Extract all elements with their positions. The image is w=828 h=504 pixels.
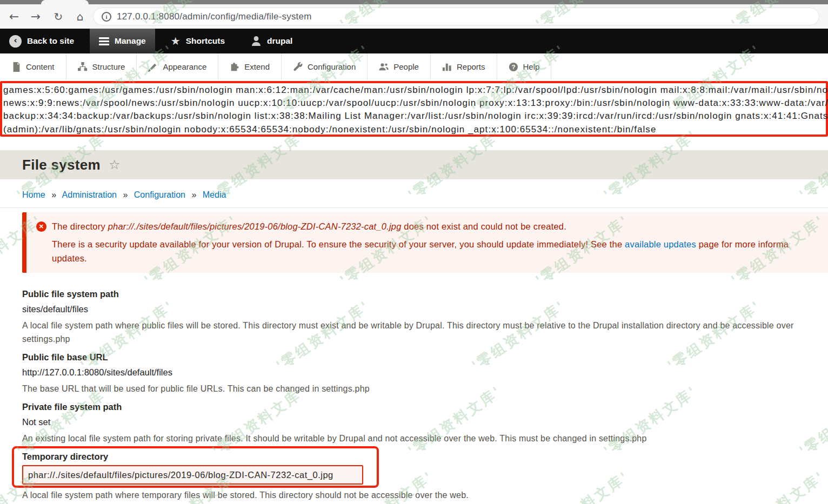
menu-label: Reports [457, 62, 485, 71]
field-label: Private file system path [22, 402, 647, 412]
help-icon: ? [509, 62, 518, 72]
error-phar-path: phar://./sites/default/files/pictures/20… [108, 221, 402, 231]
menu-item-people[interactable]: People [368, 53, 431, 80]
back-circle-icon: ‹ [9, 35, 22, 48]
drupal-admin-menu: Content Structure Appearance Extend Conf… [0, 53, 828, 80]
passwd-dump: games:x:5:60:games:/usr/games:/usr/sbin/… [2, 83, 826, 136]
back-to-site-button[interactable]: ‹ Back to site [0, 29, 83, 53]
address-bar[interactable]: i 127.0.0.1:8080/admin/config/media/file… [93, 8, 819, 25]
shortcuts-star-icon: ★ [171, 35, 181, 48]
page-title-bar: File system ☆ [0, 150, 828, 179]
menu-label: Appearance [163, 62, 206, 71]
passwd-line: backup:x:34:34:backup:/var/backups:/usr/… [3, 110, 826, 123]
field-value: Not set [22, 417, 647, 427]
menu-label: Help [523, 62, 540, 71]
structure-icon [78, 62, 88, 72]
appearance-icon [148, 62, 158, 72]
breadcrumb: Home » Administration » Configuration » … [22, 190, 226, 200]
field-value: sites/default/files [22, 304, 794, 314]
breadcrumb-separator: » [51, 190, 56, 199]
hamburger-icon [99, 36, 109, 46]
people-icon [379, 62, 389, 72]
breadcrumb-home[interactable]: Home [22, 190, 45, 199]
passwd-line: games:x:5:60:games:/usr/games:/usr/sbin/… [3, 84, 826, 97]
breadcrumb-divider [0, 207, 828, 208]
svg-text:?: ? [511, 63, 515, 70]
error-message-security-update-wrap: updates. [52, 253, 828, 264]
configuration-icon [293, 62, 303, 72]
watermark-text: '零组资料文库' [532, 467, 633, 504]
field-description: The base URL that will be used for publi… [22, 382, 370, 395]
menu-item-structure[interactable]: Structure [66, 53, 137, 80]
field-temporary-directory: Temporary directory [22, 452, 108, 467]
breadcrumb-separator: » [123, 190, 128, 199]
breadcrumb-administration[interactable]: Administration [62, 190, 117, 199]
field-private-file-system-path: Private file system path Not set An exis… [22, 402, 647, 445]
watermark-text: '零组资料文库' [727, 467, 828, 504]
menu-label: People [393, 62, 419, 71]
browser-reload-button[interactable]: ↻ [49, 4, 68, 29]
temporary-directory-input[interactable] [22, 465, 363, 485]
menu-item-content[interactable]: Content [0, 53, 66, 80]
menu-item-help[interactable]: ? Help [497, 53, 552, 80]
browser-back-button[interactable]: ← [4, 4, 24, 29]
menu-item-extend[interactable]: Extend [218, 53, 282, 80]
site-info-icon[interactable]: i [102, 12, 111, 22]
content-icon [11, 62, 21, 72]
menu-label: Configuration [308, 62, 356, 71]
back-to-site-label: Back to site [27, 36, 74, 46]
shortcuts-tab[interactable]: ★ Shortcuts [162, 29, 234, 53]
menu-label: Content [26, 62, 55, 71]
passwd-line: news:x:9:9:news:/var/spool/news:/usr/sbi… [3, 97, 826, 110]
user-label: drupal [267, 36, 292, 46]
error-message-directory: The directory phar://./sites/default/fil… [52, 221, 566, 232]
menu-item-appearance[interactable]: Appearance [137, 53, 218, 80]
field-description: An existing local file system path for s… [22, 432, 647, 445]
drupal-admin-toolbar: ‹ Back to site Manage ★ Shortcuts drupal [0, 29, 828, 53]
breadcrumb-media[interactable]: Media [203, 190, 226, 199]
menu-item-configuration[interactable]: Configuration [282, 53, 368, 80]
url-text[interactable]: 127.0.0.1:8080/admin/config/media/file-s… [117, 11, 312, 22]
shortcuts-label: Shortcuts [186, 36, 225, 46]
watermark-text: '零组资料文库' [796, 382, 828, 461]
field-public-file-base-url: Public file base URL http://127.0.0.1:80… [22, 352, 370, 395]
extend-icon [230, 62, 239, 72]
menu-label: Structure [92, 62, 125, 71]
menu-label: Extend [244, 62, 270, 71]
annotation-box-passwd-output: games:x:5:60:games:/usr/games:/usr/sbin/… [0, 81, 828, 137]
error-message-box: ✕ The directory phar://./sites/default/f… [22, 212, 828, 273]
breadcrumb-configuration[interactable]: Configuration [134, 190, 185, 199]
breadcrumb-separator: » [191, 190, 196, 199]
error-message-security-update: There is a security update available for… [52, 239, 828, 250]
user-icon [251, 36, 262, 46]
passwd-line: (admin):/var/lib/gnats:/usr/sbin/nologin… [3, 123, 826, 136]
field-public-file-system-path: Public file system path sites/default/fi… [22, 289, 794, 346]
reports-icon [442, 62, 452, 72]
browser-tab-strip [0, 0, 828, 4]
available-updates-link[interactable]: available updates [625, 239, 696, 249]
field-value: http://127.0.0.1:8080/sites/default/file… [22, 367, 370, 378]
user-account-tab[interactable]: drupal [242, 29, 302, 53]
field-description: A local file system path where temporary… [22, 488, 469, 502]
manage-tab[interactable]: Manage [90, 29, 155, 53]
browser-active-tab[interactable] [41, 0, 89, 4]
menu-item-reports[interactable]: Reports [431, 53, 497, 80]
error-icon: ✕ [36, 221, 46, 232]
browser-toolbar: ← → ↻ ⌂ i 127.0.0.1:8080/admin/config/me… [0, 4, 828, 29]
browser-home-button[interactable]: ⌂ [70, 4, 90, 29]
field-label: Public file base URL [22, 352, 370, 362]
page-title: File system [22, 157, 101, 173]
manage-label: Manage [115, 36, 146, 46]
favorite-star-icon[interactable]: ☆ [109, 157, 121, 172]
field-label: Public file system path [22, 289, 794, 299]
field-label: Temporary directory [22, 452, 108, 462]
browser-forward-button[interactable]: → [26, 4, 45, 29]
field-description: A local file system path where public fi… [22, 319, 794, 346]
